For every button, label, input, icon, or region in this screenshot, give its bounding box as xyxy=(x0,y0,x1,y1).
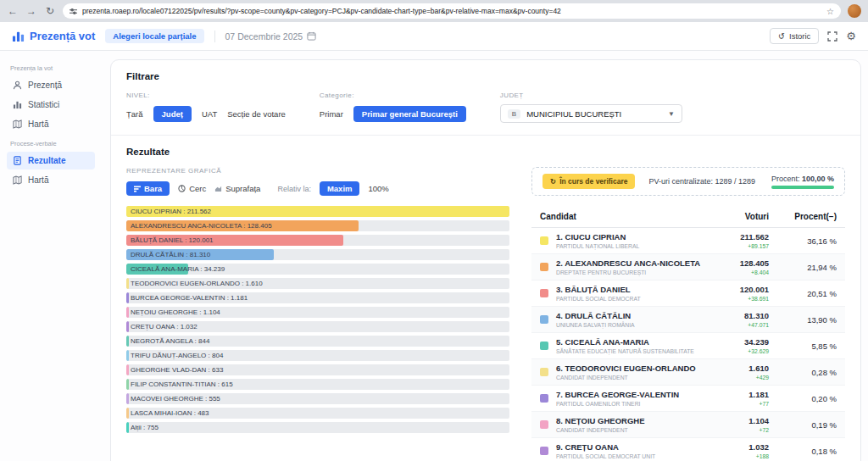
fullscreen-icon[interactable] xyxy=(827,31,837,42)
refresh-icon[interactable]: ↻ xyxy=(44,5,56,17)
chart-type-pie-button[interactable]: Cerc xyxy=(178,184,206,193)
table-row[interactable]: 9. CREȚU OANAPARTIDUL SOCIAL DEMOCRAT UN… xyxy=(531,438,845,461)
level-option-sectie[interactable]: Secție de votare xyxy=(227,109,286,119)
bar-fill xyxy=(126,379,129,390)
table-row[interactable]: 8. NEȚOIU GHEORGHECANDIDAT INDEPENDENT1.… xyxy=(531,412,845,438)
calendar-icon[interactable] xyxy=(307,31,316,41)
sidebar-section-title: Prezența la vot xyxy=(10,64,92,72)
back-icon[interactable]: ← xyxy=(7,5,19,17)
relative-100-button[interactable]: 100% xyxy=(368,184,388,193)
category-option-primar[interactable]: Primar xyxy=(320,109,343,119)
forward-icon[interactable]: → xyxy=(25,5,37,17)
level-option-judet[interactable]: Județ xyxy=(153,106,192,122)
filters-title: Filtrare xyxy=(126,71,845,81)
category-label: Categorie: xyxy=(320,92,466,99)
percent-cell: 13,90 % xyxy=(769,315,837,325)
chart-bar[interactable]: CIUCU CIPRIAN : 211.562 xyxy=(126,206,509,217)
column-candidat[interactable]: Candidat xyxy=(540,212,691,221)
bar-fill xyxy=(126,350,129,361)
candidate-party: PARTIDUL SOCIAL DEMOCRAT UNIT xyxy=(556,453,655,459)
sidebar-item-statistici[interactable]: Statistici xyxy=(7,96,95,114)
browser-profile-avatar[interactable] xyxy=(848,4,861,18)
status-badge-label: În curs de verificare xyxy=(559,177,627,186)
candidate-color-swatch xyxy=(540,236,548,245)
bookmark-star-icon[interactable]: ☆ xyxy=(826,7,834,16)
bar-fill xyxy=(126,321,129,332)
bar-fill xyxy=(126,364,129,375)
relative-max-button[interactable]: Maxim xyxy=(320,181,360,196)
chart-bar[interactable]: MACOVEI GHEORGHE : 555 xyxy=(126,393,509,404)
election-date: 07 Decembrie 2025 xyxy=(225,31,317,42)
county-select[interactable]: B MUNICIPIUL BUCUREȘTI ▼ xyxy=(500,104,682,123)
centralization-status: ↻ În curs de verificare PV-uri centraliz… xyxy=(531,167,845,196)
votes-value: 81.310 xyxy=(691,311,769,320)
chart-bar[interactable]: BURCEA GEORGE-VALENTIN : 1.181 xyxy=(126,292,509,303)
votes-value: 1.032 xyxy=(691,442,769,452)
category-option-primar-general[interactable]: Primar general București xyxy=(353,106,466,122)
candidate-color-swatch xyxy=(540,368,548,376)
chart-bar[interactable]: LASCA MIHAI-IOAN : 483 xyxy=(126,408,509,419)
table-row[interactable]: 5. CICEALĂ ANA-MARIASĂNĂTATE EDUCAȚIE NA… xyxy=(531,333,845,359)
sidebar-item-harta-rezultate[interactable]: Hartă xyxy=(7,171,95,189)
bar-label: GHEORGHE VLAD-DAN : 633 xyxy=(131,364,223,375)
sidebar-item-prezenta[interactable]: Prezență xyxy=(7,76,95,94)
sidebar-item-label: Prezență xyxy=(28,81,62,90)
area-chart-icon xyxy=(214,185,222,192)
bar-fill xyxy=(126,336,129,347)
chart-bar[interactable]: CICEALĂ ANA-MARIA : 34.239 xyxy=(126,264,509,275)
sidebar-item-harta-prezenta[interactable]: Hartă xyxy=(7,115,95,133)
votes-value: 120.001 xyxy=(691,285,769,294)
column-procent[interactable]: Procent(−) xyxy=(769,212,837,221)
votes-delta: +8.404 xyxy=(691,269,769,275)
table-row[interactable]: 7. BURCEA GEORGE-VALENTINPARTIDUL OAMENI… xyxy=(531,386,845,412)
chart-bar[interactable]: DRULĂ CĂTĂLIN : 81.310 xyxy=(126,249,509,260)
history-button[interactable]: ↺ Istoric xyxy=(770,28,819,44)
app-logo[interactable]: Prezență vot xyxy=(12,30,95,42)
bar-label: BURCEA GEORGE-VALENTIN : 1.181 xyxy=(131,292,248,303)
results-title: Rezultate xyxy=(126,147,845,157)
candidate-name: 7. BURCEA GEORGE-VALENTIN xyxy=(556,390,679,399)
level-option-tara[interactable]: Țară xyxy=(126,109,143,119)
site-info-icon[interactable] xyxy=(70,8,77,15)
results-card: Filtrare NIVEL: Țară Județ UAT Secție de… xyxy=(110,59,861,461)
table-row[interactable]: 3. BĂLUȚĂ DANIELPARTIDUL SOCIAL DEMOCRAT… xyxy=(531,280,845,307)
bar-label: LASCA MIHAI-IOAN : 483 xyxy=(131,408,209,419)
bar-fill xyxy=(126,422,129,433)
county-value: MUNICIPIUL BUCUREȘTI xyxy=(526,109,621,119)
chart-bar[interactable]: GHEORGHE VLAD-DAN : 633 xyxy=(126,364,509,375)
candidate-name: 9. CREȚU OANA xyxy=(556,442,655,452)
verify-refresh-icon: ↻ xyxy=(550,177,556,186)
candidate-color-swatch xyxy=(540,447,548,455)
chevron-down-icon: ▼ xyxy=(668,110,675,118)
chart-bar[interactable]: BĂLUȚĂ DANIEL : 120.001 xyxy=(126,235,509,246)
chart-bar[interactable]: ALEXANDRESCU ANCA-NICOLETA : 128.405 xyxy=(126,220,509,231)
column-voturi[interactable]: Voturi xyxy=(691,212,769,221)
chart-bar[interactable]: NEGROTĂ ANGELA : 844 xyxy=(126,336,509,347)
votes-delta: +429 xyxy=(691,375,769,380)
bar-label: TRIFU DĂNUȚ-ANGELO : 804 xyxy=(131,350,223,361)
chart-bar[interactable]: FILIP CONSTANTIN-TITIAN : 615 xyxy=(126,379,509,390)
candidate-color-swatch xyxy=(540,263,548,271)
stats-icon xyxy=(13,100,22,109)
chart-bar[interactable]: TRIFU DĂNUȚ-ANGELO : 804 xyxy=(126,350,509,361)
table-row[interactable]: 6. TEODOROVICI EUGEN-ORLANDOCANDIDAT IND… xyxy=(531,359,845,386)
address-bar[interactable]: prezenta.roaep.ro/locale07122025/pv/resu… xyxy=(63,3,841,19)
chart-bar[interactable]: NEȚOIU GHEORGHE : 1.104 xyxy=(126,307,509,318)
candidate-color-swatch xyxy=(540,394,548,403)
table-row[interactable]: 4. DRULĂ CĂTĂLINUNIUNEA SALVAȚI ROMÂNIA8… xyxy=(531,307,845,333)
bar-label: Alții : 755 xyxy=(131,422,159,433)
table-row[interactable]: 1. CIUCU CIPRIANPARTIDUL NAȚIONAL LIBERA… xyxy=(531,228,845,254)
chart-type-bar-button[interactable]: Bara xyxy=(126,181,170,196)
chart-type-area-button[interactable]: Suprafața xyxy=(214,184,260,193)
candidate-color-swatch xyxy=(540,315,548,324)
sidebar-item-rezultate[interactable]: Rezultate xyxy=(7,152,95,169)
chart-bar[interactable]: Alții : 755 xyxy=(126,422,509,433)
candidate-name: 6. TEODOROVICI EUGEN-ORLANDO xyxy=(556,364,696,373)
table-panel: ↻ În curs de verificare PV-uri centraliz… xyxy=(531,167,845,461)
chart-bar[interactable]: CREȚU OANA : 1.032 xyxy=(126,321,509,332)
table-row[interactable]: 2. ALEXANDRESCU ANCA-NICOLETADREPTATE PE… xyxy=(531,254,845,280)
map-icon xyxy=(13,175,22,185)
settings-gear-icon[interactable]: ⚙ xyxy=(846,31,856,42)
level-option-uat[interactable]: UAT xyxy=(202,109,217,119)
chart-bar[interactable]: TEODOROVICI EUGEN-ORLANDO : 1.610 xyxy=(126,278,509,289)
